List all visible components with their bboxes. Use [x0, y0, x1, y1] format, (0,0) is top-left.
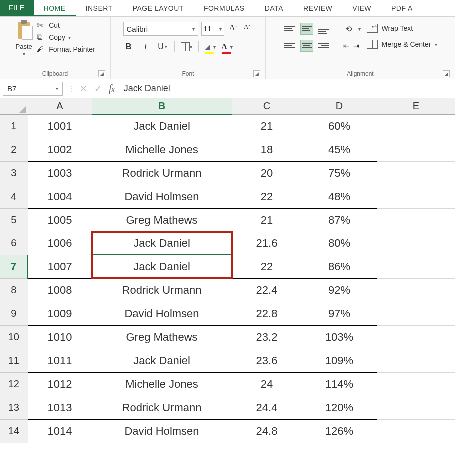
tab-view[interactable]: VIEW — [342, 0, 381, 16]
cell-E8[interactable] — [377, 278, 455, 302]
orientation-button[interactable] — [343, 23, 354, 35]
cell-E6[interactable] — [377, 232, 455, 255]
cell-C11[interactable]: 23.6 — [232, 349, 302, 372]
tab-review[interactable]: REVIEW — [293, 0, 342, 16]
tab-home[interactable]: HOME — [34, 0, 76, 16]
column-header-A[interactable]: A — [28, 98, 92, 114]
cell-E5[interactable] — [377, 208, 455, 232]
align-top-button[interactable] — [283, 23, 296, 35]
cut-button[interactable]: Cut — [37, 21, 95, 30]
align-left-button[interactable] — [283, 40, 296, 52]
chevron-down-icon[interactable]: ▾ — [219, 26, 222, 32]
cell-D1[interactable]: 60% — [302, 114, 377, 138]
increase-indent-button[interactable]: ⇥ — [353, 42, 359, 50]
cell-C7[interactable]: 22 — [232, 255, 302, 278]
cell-E4[interactable] — [377, 185, 455, 208]
row-header-6[interactable]: 6 — [0, 232, 28, 255]
cell-C14[interactable]: 24.8 — [232, 419, 302, 443]
cell-C10[interactable]: 23.2 — [232, 325, 302, 349]
chevron-down-icon[interactable]: ▾ — [358, 26, 361, 32]
row-header-5[interactable]: 5 — [0, 208, 28, 232]
tab-pdf[interactable]: PDF A — [381, 0, 423, 16]
cell-D6[interactable]: 80% — [302, 232, 377, 255]
cell-D8[interactable]: 92% — [302, 278, 377, 302]
chevron-down-icon[interactable]: ▾ — [213, 44, 216, 50]
italic-button[interactable]: I — [140, 41, 151, 53]
cell-E1[interactable] — [377, 114, 455, 138]
row-header-9[interactable]: 9 — [0, 302, 28, 325]
cell-E7[interactable] — [377, 255, 455, 278]
cell-B3[interactable]: Rodrick Urmann — [92, 161, 232, 185]
cell-A9[interactable]: 1009 — [28, 302, 92, 325]
cell-C9[interactable]: 22.8 — [232, 302, 302, 325]
cell-C6[interactable]: 21.6 — [232, 232, 302, 255]
tab-page-layout[interactable]: PAGE LAYOUT — [123, 0, 194, 16]
cell-A1[interactable]: 1001 — [28, 114, 92, 138]
dialog-launcher-icon[interactable]: ◢ — [98, 70, 105, 77]
chevron-down-icon[interactable]: ▾ — [435, 42, 437, 47]
cell-A2[interactable]: 1002 — [28, 138, 92, 161]
cell-A13[interactable]: 1013 — [28, 396, 92, 419]
cell-E14[interactable] — [377, 419, 455, 443]
cell-A8[interactable]: 1008 — [28, 278, 92, 302]
chevron-down-icon[interactable]: ▾ — [190, 44, 192, 50]
cell-A10[interactable]: 1010 — [28, 325, 92, 349]
cell-B4[interactable]: David Holmsen — [92, 185, 232, 208]
cell-B1[interactable]: Jack Daniel — [92, 114, 232, 138]
bold-button[interactable]: B — [123, 41, 134, 53]
cell-B10[interactable]: Greg Mathews — [92, 325, 232, 349]
cell-D7[interactable]: 86% — [302, 255, 377, 278]
fx-icon[interactable]: fx — [109, 83, 115, 94]
align-right-button[interactable] — [317, 40, 330, 52]
tab-insert[interactable]: INSERT — [76, 0, 123, 16]
select-all-corner[interactable] — [0, 98, 28, 114]
decrease-indent-button[interactable]: ⇤ — [343, 42, 349, 50]
font-size-select[interactable]: 11 ▾ — [201, 22, 224, 36]
dialog-launcher-icon[interactable]: ◢ — [253, 70, 260, 77]
cell-B6[interactable]: Jack Daniel — [92, 232, 232, 255]
align-center-button[interactable] — [300, 40, 313, 52]
column-header-E[interactable]: E — [377, 98, 455, 114]
font-color-button[interactable]: A ▾ — [222, 41, 233, 53]
cell-B7[interactable]: Jack Daniel — [92, 255, 232, 278]
wrap-text-button[interactable]: Wrap Text — [367, 24, 438, 33]
cell-D5[interactable]: 87% — [302, 208, 377, 232]
row-header-10[interactable]: 10 — [0, 325, 28, 349]
cell-A3[interactable]: 1003 — [28, 161, 92, 185]
column-header-B[interactable]: B — [92, 98, 232, 114]
cell-B5[interactable]: Greg Mathews — [92, 208, 232, 232]
column-header-D[interactable]: D — [302, 98, 377, 114]
tab-formulas[interactable]: FORMULAS — [194, 0, 255, 16]
formula-input[interactable]: Jack Daniel — [120, 82, 452, 96]
row-header-2[interactable]: 2 — [0, 138, 28, 161]
cell-C5[interactable]: 21 — [232, 208, 302, 232]
cell-E12[interactable] — [377, 372, 455, 396]
grow-font-button[interactable]: Aˆ — [227, 23, 239, 35]
cell-C8[interactable]: 22.4 — [232, 278, 302, 302]
cell-B2[interactable]: Michelle Jones — [92, 138, 232, 161]
cell-E2[interactable] — [377, 138, 455, 161]
cell-D9[interactable]: 97% — [302, 302, 377, 325]
cell-E10[interactable] — [377, 325, 455, 349]
align-middle-button[interactable] — [300, 23, 313, 35]
cancel-formula-icon[interactable]: ✕ — [80, 83, 87, 94]
cell-C13[interactable]: 24.4 — [232, 396, 302, 419]
cell-D4[interactable]: 48% — [302, 185, 377, 208]
cell-D11[interactable]: 109% — [302, 349, 377, 372]
cell-B9[interactable]: David Holmsen — [92, 302, 232, 325]
row-header-8[interactable]: 8 — [0, 278, 28, 302]
underline-button[interactable]: U — [157, 41, 168, 53]
cell-A6[interactable]: 1006 — [28, 232, 92, 255]
cell-A5[interactable]: 1005 — [28, 208, 92, 232]
name-box[interactable]: B7 ▾ — [3, 82, 63, 96]
cell-E11[interactable] — [377, 349, 455, 372]
cell-D13[interactable]: 120% — [302, 396, 377, 419]
cell-A7[interactable]: 1007 — [28, 255, 92, 278]
column-header-C[interactable]: C — [232, 98, 302, 114]
borders-button[interactable]: ▾ — [181, 41, 192, 53]
cell-D14[interactable]: 126% — [302, 419, 377, 443]
cell-D12[interactable]: 114% — [302, 372, 377, 396]
cell-B11[interactable]: Jack Daniel — [92, 349, 232, 372]
cell-E13[interactable] — [377, 396, 455, 419]
cell-D2[interactable]: 45% — [302, 138, 377, 161]
